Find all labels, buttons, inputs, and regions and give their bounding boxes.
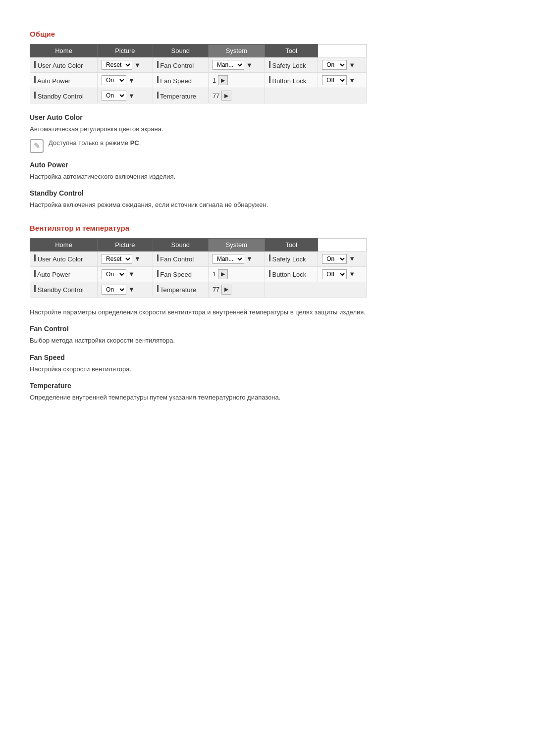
col2-value-r1[interactable]: Man... ▼ xyxy=(208,57,265,73)
f-col2-label-r2: Fan Speed xyxy=(153,266,208,282)
row-bar-icon xyxy=(34,285,36,292)
row-bar-icon xyxy=(269,270,270,277)
col1-label-r2: Auto Power xyxy=(30,73,98,88)
row-bar-icon xyxy=(157,76,159,83)
f-col2-value-r1[interactable]: Man... ▼ xyxy=(208,251,265,266)
temperature-arrow[interactable]: ▶ xyxy=(221,91,231,101)
f-col1-value-r2[interactable]: On ▼ xyxy=(98,266,153,282)
f-col1-value-r1[interactable]: Reset ▼ xyxy=(98,251,153,266)
standby-control-desc: Настройка включения режима ожидания, есл… xyxy=(30,200,505,210)
tab-home-2[interactable]: Home xyxy=(30,238,98,251)
f-standby-control-select[interactable]: On xyxy=(102,285,126,295)
row-bar-icon xyxy=(34,61,36,68)
col3-label-r2: Button Lock xyxy=(265,73,318,88)
pc-bold: PC xyxy=(130,139,139,147)
f-col2-value-r2[interactable]: 1 ▶ xyxy=(208,266,265,282)
table-header-row: Home Picture Sound System Tool xyxy=(30,238,367,251)
fan-speed-arrow[interactable]: ▶ xyxy=(218,75,228,85)
standby-control-select[interactable]: On xyxy=(102,91,126,101)
f-col2-value-r3[interactable]: 77 ▶ xyxy=(208,282,265,297)
f-auto-power-select[interactable]: On xyxy=(102,269,126,279)
table-row: User Auto Color Reset ▼ Fan Control xyxy=(30,57,367,73)
col1-value-r2[interactable]: On ▼ xyxy=(98,73,153,88)
fan-title: Вентилятор и температура xyxy=(30,224,505,232)
table-row: Auto Power On ▼ Fan Speed 1 xyxy=(30,73,367,88)
table-header-row: Home Picture Sound System Tool xyxy=(30,45,367,57)
auto-power-select[interactable]: On xyxy=(102,75,126,85)
fan-speed-title: Fan Speed xyxy=(30,353,505,361)
fan-items: Fan Control Выбор метода настройки скоро… xyxy=(30,325,505,403)
temperature-title: Temperature xyxy=(30,382,505,390)
f-col1-value-r3[interactable]: On ▼ xyxy=(98,282,153,297)
f-col3-empty xyxy=(265,282,366,297)
table-row: Auto Power On ▼ Fan Speed 1 xyxy=(30,266,367,282)
col3-value-r2[interactable]: Off ▼ xyxy=(318,73,367,88)
user-auto-color-select[interactable]: Reset xyxy=(102,60,132,70)
user-auto-color-desc: Автоматическая регулировка цветов экрана… xyxy=(30,124,505,134)
button-lock-select[interactable]: Off xyxy=(322,75,347,85)
note-box: ✎ Доступна только в режиме PC. xyxy=(30,138,505,153)
table-row: Standby Control On ▼ Temperature xyxy=(30,88,367,103)
pencil-icon: ✎ xyxy=(30,139,44,153)
tab-system-2[interactable]: System xyxy=(208,238,265,251)
tab-tool-1[interactable]: Tool xyxy=(265,45,318,57)
f-button-lock-select[interactable]: Off xyxy=(322,269,347,279)
col3-value-r1[interactable]: On ▼ xyxy=(318,57,367,73)
auto-power-desc: Настройка автоматического включения изде… xyxy=(30,172,505,182)
row-bar-icon xyxy=(157,254,159,261)
row-bar-icon xyxy=(269,76,270,83)
f-temperature-arrow[interactable]: ▶ xyxy=(221,285,231,295)
col3-empty xyxy=(265,88,366,103)
col1-value-r1[interactable]: Reset ▼ xyxy=(98,57,153,73)
note-text: Доступна только в режиме PC. xyxy=(49,138,141,148)
fan-control-title: Fan Control xyxy=(30,325,505,333)
col2-value-r3[interactable]: 77 ▶ xyxy=(208,88,265,103)
col3-label-r1: Safety Lock xyxy=(265,57,318,73)
f-col3-value-r2[interactable]: Off ▼ xyxy=(318,266,367,282)
fan-section: Вентилятор и температура Home Picture So… xyxy=(30,224,505,403)
f-col3-label-r1: Safety Lock xyxy=(265,251,318,266)
col2-label-r1: Fan Control xyxy=(153,57,208,73)
temperature-desc: Определение внутренней температуры путем… xyxy=(30,393,505,403)
fan-speed-desc: Настройка скорости вентилятора. xyxy=(30,364,505,374)
tab-system-1[interactable]: System xyxy=(208,45,265,57)
fan-control-select[interactable]: Man... xyxy=(213,60,244,70)
tab-picture-2[interactable]: Picture xyxy=(98,238,153,251)
fan-control-desc: Выбор метода настройки скорости вентилят… xyxy=(30,336,505,346)
f-user-auto-color-select[interactable]: Reset xyxy=(102,254,132,264)
col2-label-r2: Fan Speed xyxy=(153,73,208,88)
f-fan-control-select[interactable]: Man... xyxy=(213,254,244,264)
general-table: Home Picture Sound System Tool User Auto… xyxy=(30,44,367,103)
auto-power-title: Auto Power xyxy=(30,161,505,169)
user-auto-color-title: User Auto Color xyxy=(30,113,505,121)
fan-intro-text: Настройте параметры определения скорости… xyxy=(30,307,505,317)
row-bar-icon xyxy=(34,254,36,261)
fan-table: Home Picture Sound System Tool User Auto… xyxy=(30,238,367,298)
row-bar-icon xyxy=(34,92,36,99)
f-col1-label-r3: Standby Control xyxy=(30,282,98,297)
f-fan-speed-arrow[interactable]: ▶ xyxy=(218,269,228,279)
tab-picture-1[interactable]: Picture xyxy=(98,45,153,57)
f-col3-label-r2: Button Lock xyxy=(265,266,318,282)
general-title: Общие xyxy=(30,30,505,38)
safety-lock-select[interactable]: On xyxy=(322,60,347,70)
general-items: User Auto Color Автоматическая регулиров… xyxy=(30,113,505,210)
row-bar-icon xyxy=(269,61,270,68)
general-section: Общие Home Picture Sound System Tool Use… xyxy=(30,30,505,210)
row-bar-icon xyxy=(157,285,159,292)
row-bar-icon xyxy=(157,61,159,68)
col1-label-r1: User Auto Color xyxy=(30,57,98,73)
f-safety-lock-select[interactable]: On xyxy=(322,254,347,264)
table-row: Standby Control On ▼ Temperature xyxy=(30,282,367,297)
tab-home-1[interactable]: Home xyxy=(30,45,98,57)
f-col2-label-r3: Temperature xyxy=(153,282,208,297)
tab-sound-1[interactable]: Sound xyxy=(153,45,208,57)
col2-value-r2[interactable]: 1 ▶ xyxy=(208,73,265,88)
f-col2-label-r1: Fan Control xyxy=(153,251,208,266)
col1-value-r3[interactable]: On ▼ xyxy=(98,88,153,103)
table-row: User Auto Color Reset ▼ Fan Control xyxy=(30,251,367,266)
row-bar-icon xyxy=(157,92,159,99)
tab-tool-2[interactable]: Tool xyxy=(265,238,318,251)
f-col3-value-r1[interactable]: On ▼ xyxy=(318,251,367,266)
tab-sound-2[interactable]: Sound xyxy=(153,238,208,251)
